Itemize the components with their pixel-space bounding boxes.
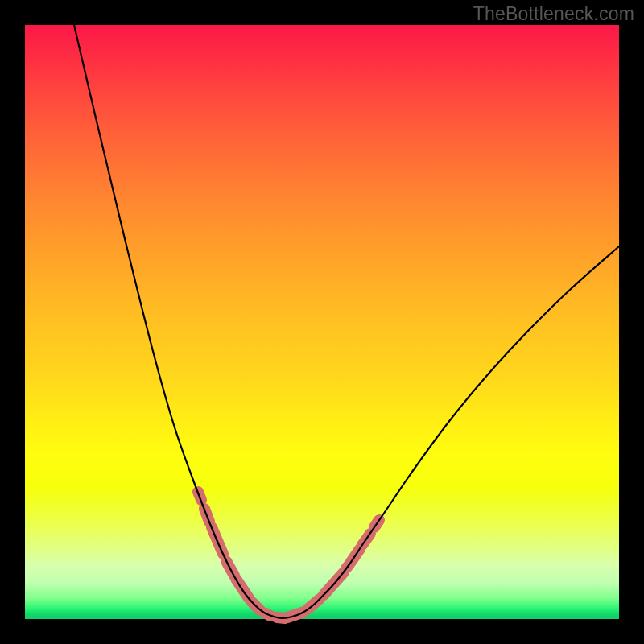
bottleneck-curve <box>74 25 619 618</box>
watermark-text: TheBottleneck.com <box>473 3 634 25</box>
plot-area <box>25 25 619 619</box>
chart-svg <box>25 25 619 619</box>
chart-frame: TheBottleneck.com <box>0 0 644 644</box>
marker-series <box>198 492 379 618</box>
